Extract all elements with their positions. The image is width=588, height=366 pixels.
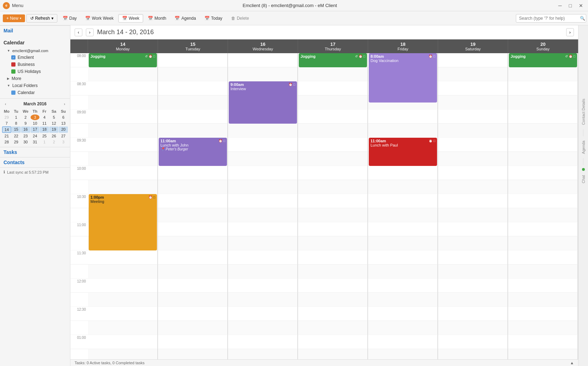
time-slot[interactable] — [508, 166, 578, 180]
cal-day[interactable]: 3 — [31, 114, 40, 120]
cal-day[interactable]: 30 — [21, 139, 30, 145]
time-slot[interactable] — [228, 124, 298, 138]
cal-day[interactable]: 14 — [2, 126, 11, 133]
tasks-section[interactable]: Tasks — [0, 147, 70, 157]
time-slot[interactable] — [298, 95, 368, 110]
local-folders-item[interactable]: ▼ Local Folders — [0, 82, 70, 89]
time-slot[interactable] — [508, 349, 578, 359]
cal-day[interactable]: 28 — [2, 139, 11, 145]
time-slot[interactable] — [298, 279, 368, 293]
time-slot[interactable] — [368, 279, 438, 293]
cal-day[interactable]: 11 — [40, 120, 49, 126]
new-button[interactable]: + New ▾ — [3, 14, 25, 22]
time-slot[interactable] — [158, 81, 228, 95]
time-slot[interactable] — [88, 293, 158, 307]
time-slot[interactable] — [368, 335, 438, 349]
time-slot[interactable] — [158, 321, 228, 335]
cal-day[interactable]: 24 — [31, 133, 40, 139]
time-slot[interactable] — [438, 349, 508, 359]
time-slot[interactable] — [228, 67, 298, 81]
contacts-link[interactable]: Contacts — [4, 160, 25, 165]
time-slot[interactable] — [158, 236, 228, 250]
time-slot[interactable] — [88, 180, 158, 194]
time-slot[interactable] — [88, 81, 158, 95]
time-slot[interactable] — [368, 265, 438, 279]
time-slot[interactable] — [298, 307, 368, 321]
cal-day[interactable]: 12 — [49, 120, 58, 126]
time-slot[interactable] — [368, 208, 438, 222]
time-slot[interactable] — [508, 250, 578, 265]
time-slot[interactable] — [438, 138, 508, 152]
cal-day[interactable]: 1 — [12, 114, 21, 120]
time-slot[interactable] — [298, 81, 368, 95]
mail-link[interactable]: Mail — [4, 28, 13, 33]
time-slot[interactable] — [508, 95, 578, 110]
time-slot[interactable] — [438, 222, 508, 236]
time-slot[interactable] — [438, 194, 508, 208]
calendar-event[interactable]: Jogging ↺ ⏰ □ — [89, 53, 157, 67]
time-slot[interactable] — [508, 81, 578, 95]
time-slot[interactable] — [158, 194, 228, 208]
us-holidays-calendar[interactable]: US Holidays — [0, 68, 70, 75]
time-slot[interactable] — [508, 265, 578, 279]
time-slot[interactable] — [228, 349, 298, 359]
cal-day[interactable]: 29 — [12, 139, 21, 145]
cal-day[interactable]: 6 — [59, 114, 68, 120]
time-slot[interactable] — [158, 124, 228, 138]
time-slot[interactable] — [508, 293, 578, 307]
view-month-button[interactable]: 📅 Month — [144, 14, 170, 23]
time-slot[interactable] — [158, 67, 228, 81]
tasks-link[interactable]: Tasks — [4, 149, 17, 155]
cal-day[interactable]: 17 — [31, 126, 40, 133]
time-slot[interactable] — [298, 208, 368, 222]
contacts-section[interactable]: Contacts — [0, 157, 70, 167]
minimize-button[interactable]: ─ — [556, 2, 564, 9]
time-slot[interactable] — [228, 166, 298, 180]
business-calendar[interactable]: Business — [0, 61, 70, 68]
more-item[interactable]: ▶ More — [0, 75, 70, 82]
time-slot[interactable] — [508, 194, 578, 208]
cal-day[interactable]: 19 — [49, 126, 58, 133]
cal-day[interactable]: 7 — [2, 120, 11, 126]
time-slot[interactable] — [158, 265, 228, 279]
local-calendar-item[interactable]: Calendar — [0, 89, 70, 96]
next-period-button[interactable]: › — [86, 29, 94, 36]
close-button[interactable]: ✕ — [577, 2, 585, 9]
chat-tab[interactable]: Chat — [581, 172, 586, 186]
time-slot[interactable] — [298, 321, 368, 335]
cal-day[interactable]: 1 — [40, 139, 49, 145]
cal-day[interactable]: 2 — [49, 139, 58, 145]
time-slot[interactable] — [228, 152, 298, 166]
cal-day[interactable]: 23 — [21, 133, 30, 139]
time-slot[interactable] — [508, 138, 578, 152]
time-slot[interactable] — [368, 321, 438, 335]
time-slot[interactable] — [88, 250, 158, 265]
time-slot[interactable] — [228, 222, 298, 236]
time-slot[interactable] — [228, 180, 298, 194]
time-slot[interactable] — [438, 208, 508, 222]
cal-day[interactable]: 22 — [12, 133, 21, 139]
time-slot[interactable] — [298, 194, 368, 208]
time-slot[interactable] — [298, 349, 368, 359]
cal-day[interactable]: 15 — [12, 126, 21, 133]
time-slot[interactable] — [88, 138, 158, 152]
time-slot[interactable] — [438, 152, 508, 166]
time-slot[interactable] — [438, 110, 508, 124]
time-slot[interactable] — [508, 110, 578, 124]
time-slot[interactable] — [368, 166, 438, 180]
account-item[interactable]: ▼ emclient@gmail.com — [0, 48, 70, 54]
maximize-button[interactable]: □ — [567, 2, 574, 9]
time-slot[interactable] — [438, 124, 508, 138]
time-slot[interactable] — [368, 349, 438, 359]
time-slot[interactable] — [438, 265, 508, 279]
cal-day[interactable]: 27 — [59, 133, 68, 139]
time-slot[interactable] — [228, 138, 298, 152]
time-slot[interactable] — [438, 67, 508, 81]
time-slot[interactable] — [228, 53, 298, 67]
time-slot[interactable] — [158, 110, 228, 124]
time-slot[interactable] — [228, 293, 298, 307]
cal-day[interactable]: 10 — [31, 120, 40, 126]
time-slot[interactable] — [88, 152, 158, 166]
time-slot[interactable] — [228, 250, 298, 265]
time-slot[interactable] — [298, 236, 368, 250]
